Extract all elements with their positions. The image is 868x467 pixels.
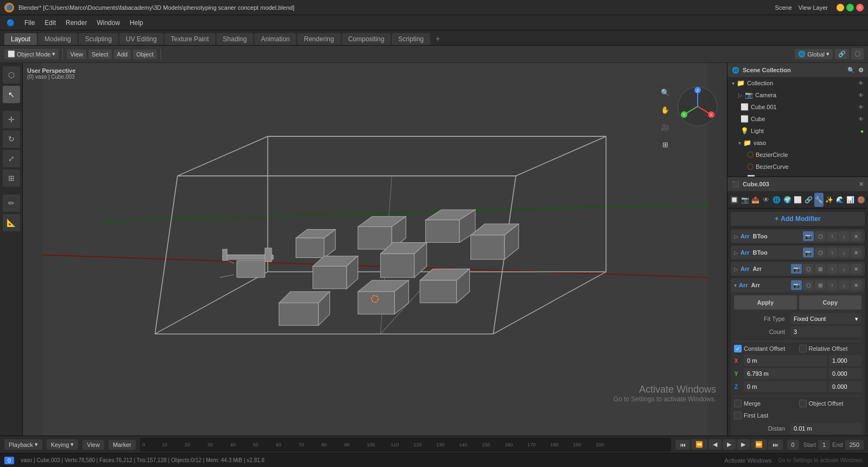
viewport-hand-icon[interactable]: ✋	[658, 102, 673, 117]
outliner-item-vaso[interactable]: ▾ 📁 vaso	[734, 137, 868, 149]
prev-keyframe-btn[interactable]: ◀	[709, 439, 722, 450]
fit-type-dropdown[interactable]: Fixed Count ▾	[790, 313, 861, 324]
outliner-options-icon[interactable]: ⚙	[858, 67, 864, 74]
menu-window[interactable]: Window	[92, 17, 124, 28]
arr1-delete-btn[interactable]: ✕	[851, 264, 861, 274]
add-workspace-button[interactable]: +	[431, 32, 444, 45]
maximize-button[interactable]: □	[846, 4, 854, 11]
arr1-cam-btn[interactable]: 📷	[791, 264, 802, 274]
tab-modeling[interactable]: Modeling	[38, 33, 78, 45]
outliner-item-cube002[interactable]: ⬜ Cube.002	[741, 173, 868, 177]
menu-file[interactable]: File	[20, 17, 39, 28]
start-frame-value[interactable]: 1	[818, 440, 830, 450]
y-value[interactable]: 6.793 m	[744, 368, 827, 379]
relative-offset-checkbox[interactable]	[799, 345, 807, 352]
apply-button[interactable]: Apply	[734, 295, 797, 310]
outliner-item-camera[interactable]: ▷ 📷 Camera 👁	[734, 89, 868, 101]
props-material-icon[interactable]: 🟤	[857, 193, 866, 207]
props-physics-icon[interactable]: 🌊	[835, 193, 845, 207]
toolbar-transform-tool[interactable]: ⊞	[3, 169, 20, 187]
props-scene2-icon[interactable]: 🌐	[772, 193, 781, 207]
distance-value[interactable]: 0.01 m	[790, 423, 861, 434]
object-menu[interactable]: Object	[133, 49, 157, 59]
view-menu[interactable]: View	[67, 49, 86, 59]
btoo1-mesh-btn[interactable]: ⬡	[815, 231, 826, 241]
add-modifier-button[interactable]: + Add Modifier	[731, 212, 865, 226]
tab-rendering[interactable]: Rendering	[297, 33, 340, 45]
tab-sculpting[interactable]: Sculpting	[79, 33, 118, 45]
props-view-icon[interactable]: 👁	[761, 193, 770, 207]
btoo1-render-btn[interactable]: ↓	[839, 231, 850, 241]
arr1-arr-btn[interactable]: ⊞	[815, 264, 826, 274]
viewport-camera-icon[interactable]: 🎥	[658, 119, 673, 135]
viewport-3d[interactable]: User Perspective (0) vaso | Cube.003 Z X…	[23, 63, 727, 436]
constant-offset-checkbox[interactable]: ✓	[734, 345, 742, 352]
next-frame-btn[interactable]: ⏩	[751, 439, 767, 450]
close-button[interactable]: ✕	[856, 4, 864, 11]
toolbar-rotate-tool[interactable]: ↻	[3, 130, 20, 148]
merge-checkbox[interactable]	[734, 400, 742, 407]
btoo2-render-btn[interactable]: ↓	[839, 248, 850, 257]
viewport-search-icon[interactable]: 🔍	[658, 85, 673, 100]
modifier-arr-1-header[interactable]: ▷ Arr Arr 📷 ⬡ ⊞ ↑ ↓ ✕	[731, 262, 865, 276]
cube001-vis-icon[interactable]: 👁	[858, 104, 864, 110]
arr2-delete-btn[interactable]: ✕	[851, 280, 861, 290]
snap-btn[interactable]: 🔗	[835, 49, 849, 59]
outliner-item-light[interactable]: 💡 Light ●	[734, 125, 868, 137]
btoo1-delete-btn[interactable]: ✕	[851, 231, 861, 241]
z-rel-value[interactable]: 0.000	[829, 381, 861, 392]
prev-frame-btn[interactable]: ⏪	[691, 439, 707, 450]
eye-icon[interactable]: 👁	[858, 80, 864, 86]
toolbar-move-tool[interactable]: ✛	[3, 111, 20, 128]
arr2-mesh-btn[interactable]: ⬡	[803, 280, 814, 290]
arr2-vis-btn[interactable]: ↑	[827, 280, 838, 290]
props-world-icon[interactable]: 🌍	[782, 193, 792, 207]
tab-uv-editing[interactable]: UV Editing	[119, 33, 163, 45]
arr2-cam-btn[interactable]: 📷	[791, 280, 802, 290]
btoo2-delete-btn[interactable]: ✕	[851, 248, 861, 257]
copy-button[interactable]: Copy	[799, 295, 862, 310]
bottom-view-menu[interactable]: View	[82, 440, 104, 450]
viewport-grid-icon[interactable]: ⊞	[658, 137, 673, 152]
tab-texture-paint[interactable]: Texture Paint	[164, 33, 215, 45]
tab-compositing[interactable]: Compositing	[342, 33, 391, 45]
tab-animation[interactable]: Animation	[254, 33, 296, 45]
object-offset-checkbox[interactable]	[799, 400, 807, 407]
count-value[interactable]: 3	[790, 326, 861, 337]
toolbar-scale-tool[interactable]: ⤢	[3, 150, 20, 167]
pivot-selector[interactable]: 🌐 Global ▾	[795, 49, 833, 59]
props-output-icon[interactable]: 📤	[751, 193, 760, 207]
tab-layout[interactable]: Layout	[4, 33, 37, 45]
tab-shading[interactable]: Shading	[216, 33, 253, 45]
menu-render[interactable]: Render	[61, 17, 91, 28]
props-close-icon[interactable]: ✕	[859, 181, 864, 188]
props-data-icon[interactable]: 📊	[846, 193, 855, 207]
modifier-btoo-2-header[interactable]: ▷ Arr BToo 📷 ⬡ ↑ ↓ ✕	[731, 245, 865, 260]
outliner-filter-icon[interactable]: 🔍	[847, 67, 855, 74]
marker-menu[interactable]: Marker	[108, 440, 136, 450]
navigation-gizmo[interactable]: Z X Y	[676, 85, 719, 128]
y-rel-value[interactable]: 0.000	[829, 368, 861, 379]
light-vis-icon[interactable]: ●	[860, 128, 864, 134]
add-menu[interactable]: Add	[114, 49, 131, 59]
props-particles-icon[interactable]: ✨	[825, 193, 834, 207]
props-scene-icon[interactable]: 🔲	[730, 193, 739, 207]
arr2-arr-btn[interactable]: ⊞	[815, 280, 826, 290]
select-menu[interactable]: Select	[88, 49, 112, 59]
mode-selector[interactable]: ⬜ Object Mode ▾	[4, 49, 59, 59]
z-value[interactable]: 0 m	[744, 381, 827, 392]
btoo2-vis-btn[interactable]: ↑	[827, 248, 838, 257]
btoo2-mesh-btn[interactable]: ⬡	[815, 248, 826, 257]
btoo1-vis-btn[interactable]: ↑	[827, 231, 838, 241]
x-value[interactable]: 0 m	[744, 355, 827, 366]
proportional-btn[interactable]: 〇	[851, 48, 864, 60]
minimize-button[interactable]: −	[837, 4, 844, 11]
x-rel-value[interactable]: 1.000	[829, 355, 861, 366]
next-keyframe-btn[interactable]: ▶	[737, 439, 750, 450]
menu-help[interactable]: Help	[125, 17, 148, 28]
first-last-checkbox[interactable]	[734, 412, 742, 419]
btoo2-cam-btn[interactable]: 📷	[803, 248, 814, 257]
jump-end-btn[interactable]: ⏭	[768, 440, 783, 450]
tab-scripting[interactable]: Scripting	[392, 33, 430, 45]
playback-menu[interactable]: Playback ▾	[4, 439, 42, 450]
